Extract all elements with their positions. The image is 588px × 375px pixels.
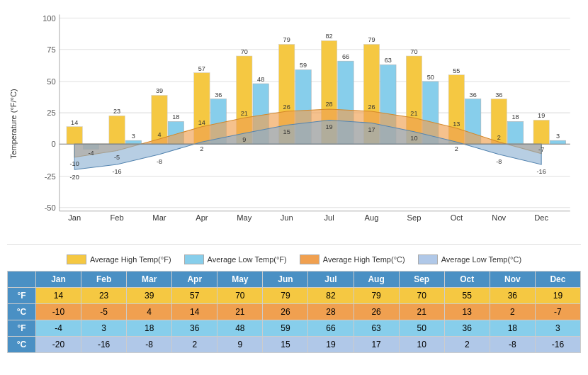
svg-text:Sep: Sep xyxy=(407,213,422,222)
cell-jan-low-f: -4 xyxy=(36,320,81,337)
svg-text:3: 3 xyxy=(556,133,560,140)
svg-text:-8: -8 xyxy=(496,158,502,165)
legend-box-low-c xyxy=(418,254,438,264)
cell-nov-low-c: -8 xyxy=(490,337,535,353)
svg-text:70: 70 xyxy=(410,48,417,55)
svg-text:-7: -7 xyxy=(538,146,544,153)
row-high-c: °C -10 -5 4 14 21 26 28 26 21 13 2 -7 xyxy=(8,304,581,320)
cell-apr-high-f: 57 xyxy=(172,288,217,304)
svg-text:9: 9 xyxy=(242,136,246,143)
svg-text:-5: -5 xyxy=(114,154,120,161)
cell-aug-high-f: 79 xyxy=(354,288,399,304)
svg-text:4: 4 xyxy=(157,131,161,138)
cell-oct-low-f: 36 xyxy=(444,320,490,337)
svg-text:70: 70 xyxy=(241,48,248,55)
bar-feb-low-f xyxy=(125,140,141,144)
bar-feb-high-f xyxy=(109,116,125,144)
cell-feb-high-c: -5 xyxy=(81,304,127,320)
svg-text:75: 75 xyxy=(47,45,55,54)
svg-text:Jun: Jun xyxy=(281,213,293,222)
th-may: May xyxy=(217,272,263,288)
svg-text:36: 36 xyxy=(470,91,477,98)
svg-text:100: 100 xyxy=(43,14,56,23)
cell-mar-low-c: -8 xyxy=(127,337,172,353)
cell-sep-high-c: 21 xyxy=(399,304,444,320)
row-label-low-f: °F xyxy=(8,320,36,337)
svg-text:26: 26 xyxy=(368,103,375,111)
svg-text:82: 82 xyxy=(326,33,333,40)
cell-jan-high-c: -10 xyxy=(36,304,81,320)
svg-text:-25: -25 xyxy=(45,172,56,181)
svg-text:Nov: Nov xyxy=(492,213,506,222)
svg-text:39: 39 xyxy=(156,87,163,94)
svg-text:19: 19 xyxy=(326,123,333,130)
svg-text:48: 48 xyxy=(257,76,264,83)
svg-text:May: May xyxy=(237,213,251,222)
cell-sep-high-f: 70 xyxy=(399,288,444,304)
cell-oct-low-c: 2 xyxy=(444,337,490,353)
svg-text:59: 59 xyxy=(300,62,307,69)
chart-svg: 100 75 50 25 0 -25 -50 xyxy=(20,4,581,244)
th-jun: Jun xyxy=(263,272,308,288)
row-label-high-f: °F xyxy=(8,288,36,304)
svg-text:17: 17 xyxy=(368,126,375,133)
svg-text:21: 21 xyxy=(241,110,248,117)
cell-may-high-c: 21 xyxy=(217,304,263,320)
svg-text:Jul: Jul xyxy=(324,213,334,222)
svg-text:36: 36 xyxy=(215,91,222,98)
svg-text:Aug: Aug xyxy=(365,213,379,222)
cell-dec-low-f: 3 xyxy=(535,320,580,337)
svg-text:18: 18 xyxy=(512,113,519,121)
svg-text:28: 28 xyxy=(326,101,333,108)
cell-jul-high-f: 82 xyxy=(308,288,354,304)
legend-label-high-c: Average High Temp(°C) xyxy=(323,255,405,264)
svg-text:57: 57 xyxy=(198,65,205,72)
th-oct: Oct xyxy=(444,272,490,288)
row-low-c: °C -20 -16 -8 2 9 15 19 17 10 2 -8 -16 xyxy=(8,337,581,353)
svg-text:50: 50 xyxy=(47,77,55,86)
cell-aug-low-c: 17 xyxy=(354,337,399,353)
svg-text:2: 2 xyxy=(455,145,458,152)
svg-text:Feb: Feb xyxy=(110,213,123,222)
svg-text:26: 26 xyxy=(283,103,290,111)
cell-sep-low-c: 10 xyxy=(399,337,444,353)
legend-high-c: Average High Temp(°C) xyxy=(300,254,405,264)
legend-box-high-c xyxy=(300,254,320,264)
cell-jun-low-f: 59 xyxy=(263,320,308,337)
bar-jan-high-f xyxy=(67,127,82,145)
th-apr: Apr xyxy=(172,272,217,288)
svg-text:18: 18 xyxy=(172,113,179,121)
data-table: Jan Feb Mar Apr May Jun Jul Aug Sep Oct … xyxy=(7,271,581,353)
svg-text:0: 0 xyxy=(52,140,56,148)
th-nov: Nov xyxy=(490,272,535,288)
legend-label-low-c: Average Low Temp(°C) xyxy=(441,255,521,264)
row-label-high-c: °C xyxy=(8,304,36,320)
svg-text:66: 66 xyxy=(342,53,349,60)
cell-mar-high-f: 39 xyxy=(127,288,172,304)
cell-may-high-f: 70 xyxy=(217,288,263,304)
cell-jul-low-f: 66 xyxy=(308,320,354,337)
svg-text:-20: -20 xyxy=(70,174,79,181)
th-empty xyxy=(8,272,36,288)
legend-high-f: Average High Temp(°F) xyxy=(67,254,171,264)
svg-text:Jan: Jan xyxy=(68,213,81,222)
th-aug: Aug xyxy=(354,272,399,288)
svg-text:-16: -16 xyxy=(112,168,121,175)
cell-feb-low-f: 3 xyxy=(81,320,127,337)
svg-text:13: 13 xyxy=(453,121,460,128)
table-area: Jan Feb Mar Apr May Jun Jul Aug Sep Oct … xyxy=(7,271,581,371)
legend-area: Average High Temp(°F) Average Low Temp(°… xyxy=(7,244,581,271)
svg-text:-50: -50 xyxy=(45,203,56,212)
svg-text:-8: -8 xyxy=(157,158,162,165)
svg-text:23: 23 xyxy=(113,108,120,115)
cell-dec-high-c: -7 xyxy=(535,304,580,320)
svg-text:Apr: Apr xyxy=(196,213,208,222)
cell-nov-high-f: 36 xyxy=(490,288,535,304)
svg-text:3: 3 xyxy=(132,133,135,140)
svg-text:19: 19 xyxy=(538,112,545,119)
th-jan: Jan xyxy=(36,272,81,288)
cell-dec-high-f: 19 xyxy=(535,288,580,304)
cell-jun-high-c: 26 xyxy=(263,304,308,320)
cell-nov-low-f: 18 xyxy=(490,320,535,337)
cell-jul-low-c: 19 xyxy=(308,337,354,353)
